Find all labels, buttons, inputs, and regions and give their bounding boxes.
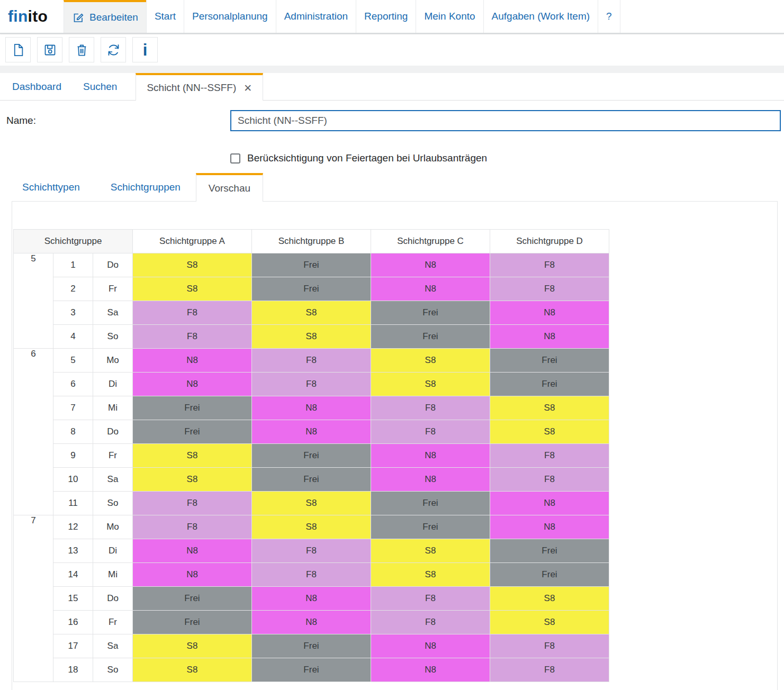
table-row: 18SoS8FreiN8F8	[14, 658, 609, 682]
holiday-checkbox-label: Berücksichtigung von Feiertagen bei Urla…	[247, 152, 487, 164]
shift-cell: N8	[252, 420, 371, 444]
day-name-cell: Fr	[93, 611, 133, 634]
shift-cell: Frei	[252, 277, 371, 301]
tab-dashboard[interactable]: Dashboard	[0, 73, 74, 100]
shift-cell: F8	[490, 444, 609, 468]
refresh-icon	[106, 43, 121, 57]
app-logo: finito	[0, 0, 64, 33]
day-name-cell: Fr	[93, 277, 133, 301]
shift-cell: S8	[252, 301, 371, 325]
nav-item-help[interactable]: ?	[598, 0, 620, 33]
day-name-cell: Do	[93, 420, 133, 444]
refresh-button[interactable]	[101, 37, 126, 62]
nav-item-label: Start	[155, 11, 176, 22]
name-input[interactable]	[230, 110, 781, 131]
shift-cell: F8	[490, 253, 609, 277]
shift-cell: S8	[490, 396, 609, 420]
shift-cell: F8	[371, 611, 490, 634]
day-name-cell: Di	[93, 373, 133, 396]
day-number-cell: 10	[53, 468, 93, 492]
nav-item-reporting[interactable]: Reporting	[356, 0, 416, 33]
delete-icon	[75, 43, 89, 57]
vorschau-panel: Schichtgruppe Schichtgruppe A Schichtgru…	[12, 201, 778, 690]
subtab-schichttypen[interactable]: Schichttypen	[12, 173, 91, 201]
detail-subtabs: Schichttypen Schichtgruppen Vorschau	[6, 173, 781, 201]
day-name-cell: Fr	[93, 444, 133, 468]
subtab-schichtgruppen[interactable]: Schichtgruppen	[100, 173, 191, 201]
shift-cell: Frei	[252, 634, 371, 658]
section-divider	[0, 66, 784, 73]
table-row: 8DoFreiN8F8S8	[14, 420, 609, 444]
tab-suchen[interactable]: Suchen	[74, 73, 127, 100]
nav-item-aufgaben[interactable]: Aufgaben (Work Item)	[483, 0, 598, 33]
new-document-button[interactable]	[5, 37, 31, 62]
nav-item-mein-konto[interactable]: Mein Konto	[416, 0, 483, 33]
week-number-cell: 5	[14, 253, 53, 349]
shift-cell: S8	[252, 492, 371, 515]
day-number-cell: 6	[53, 373, 93, 396]
preview-table-body: 51DoS8FreiN8F82FrS8FreiN8F83SaF8S8FreiN8…	[14, 253, 609, 682]
nav-item-bearbeiten[interactable]: Bearbeiten	[64, 0, 146, 33]
nav-item-administration[interactable]: Administration	[276, 0, 356, 33]
info-button[interactable]: i	[132, 37, 158, 62]
holiday-checkbox[interactable]	[230, 153, 240, 164]
shift-cell: F8	[133, 325, 252, 349]
shift-cell: S8	[133, 444, 252, 468]
nav-item-personalplanung[interactable]: Personalplanung	[184, 0, 276, 33]
day-name-cell: So	[93, 492, 133, 515]
column-header-gruppe-a: Schichtgruppe A	[133, 230, 252, 253]
shift-cell: F8	[490, 634, 609, 658]
name-label: Name:	[6, 115, 230, 126]
table-row: 17SaS8FreiN8F8	[14, 634, 609, 658]
shift-cell: S8	[371, 563, 490, 587]
shift-cell: Frei	[490, 373, 609, 396]
table-row: 7MiFreiN8F8S8	[14, 396, 609, 420]
day-number-cell: 9	[53, 444, 93, 468]
shift-cell: N8	[371, 444, 490, 468]
shift-cell: F8	[490, 468, 609, 492]
shift-cell: S8	[371, 539, 490, 563]
delete-button[interactable]	[69, 37, 94, 62]
shift-cell: Frei	[252, 253, 371, 277]
day-name-cell: Mi	[93, 396, 133, 420]
table-row: 13DiN8F8S8Frei	[14, 539, 609, 563]
day-number-cell: 5	[53, 349, 93, 373]
day-name-cell: Mo	[93, 349, 133, 373]
day-number-cell: 15	[53, 587, 93, 611]
day-number-cell: 3	[53, 301, 93, 325]
tab-schicht-nn-ssff[interactable]: Schicht (NN--SSFF) ✕	[136, 73, 263, 101]
shift-cell: N8	[490, 301, 609, 325]
shift-cell: Frei	[252, 468, 371, 492]
shift-cell: Frei	[133, 420, 252, 444]
table-row: 65MoN8F8S8Frei	[14, 349, 609, 373]
shift-cell: Frei	[490, 539, 609, 563]
table-row: 2FrS8FreiN8F8	[14, 277, 609, 301]
shift-cell: F8	[371, 587, 490, 611]
table-row: 16FrFreiN8F8S8	[14, 611, 609, 634]
subtab-label: Schichtgruppen	[111, 181, 181, 193]
shift-cell: Frei	[371, 515, 490, 539]
save-button[interactable]	[37, 37, 62, 62]
shift-cell: Frei	[371, 492, 490, 515]
nav-item-label: Administration	[284, 11, 348, 22]
shift-cell: Frei	[133, 587, 252, 611]
table-row: 3SaF8S8FreiN8	[14, 301, 609, 325]
shift-cell: N8	[252, 587, 371, 611]
shift-cell: N8	[371, 634, 490, 658]
subtab-vorschau[interactable]: Vorschau	[196, 173, 263, 202]
shift-cell: F8	[252, 563, 371, 587]
shift-cell: N8	[371, 658, 490, 682]
shift-cell: F8	[371, 420, 490, 444]
shift-cell: S8	[252, 325, 371, 349]
shift-cell: S8	[133, 253, 252, 277]
subtab-label: Schichttypen	[22, 181, 80, 193]
day-name-cell: So	[93, 658, 133, 682]
shift-cell: N8	[133, 349, 252, 373]
shift-cell: F8	[252, 539, 371, 563]
nav-item-start[interactable]: Start	[146, 0, 184, 33]
day-number-cell: 1	[53, 253, 93, 277]
table-row: 9FrS8FreiN8F8	[14, 444, 609, 468]
close-icon[interactable]: ✕	[244, 83, 252, 93]
shift-cell: N8	[133, 563, 252, 587]
table-row: 11SoF8S8FreiN8	[14, 492, 609, 515]
